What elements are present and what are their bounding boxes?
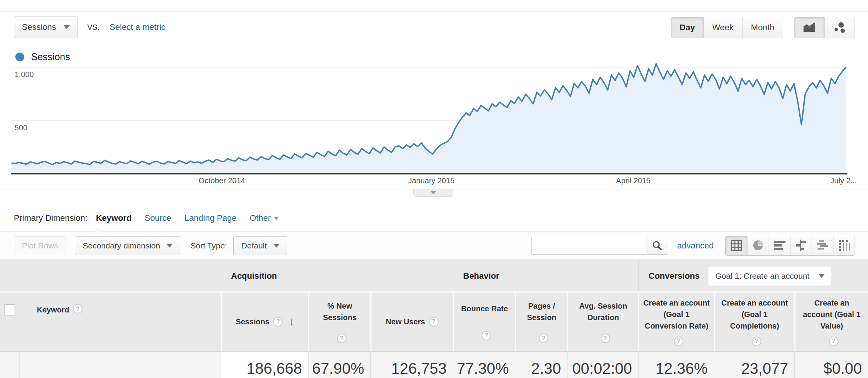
line-chart-button[interactable] — [794, 17, 824, 38]
granularity-month-button[interactable]: Month — [742, 17, 783, 38]
sort-type-dropdown[interactable]: Default — [233, 236, 287, 255]
granularity-and-charttype: DayWeekMonth — [671, 17, 855, 38]
primary-dimension-other[interactable]: Other — [249, 213, 279, 223]
select-metric-link[interactable]: Select a metric — [110, 22, 166, 32]
column-header-new-sessions[interactable]: % New Sessions? — [308, 293, 370, 351]
totals-value: $0.00 — [794, 352, 868, 378]
chart-collapse-tab[interactable] — [413, 189, 453, 197]
group-header-behavior: Behavior — [453, 260, 638, 291]
chevron-down-icon — [64, 25, 70, 29]
primary-dimension-source[interactable]: Source — [145, 213, 172, 223]
top-divider — [0, 12, 868, 12]
search-input[interactable] — [531, 237, 647, 255]
column-header-create-an-account-goal-1-value[interactable]: Create an account (Goal 1 Value)? — [794, 293, 868, 351]
column-label: Create an account (Goal 1 Completions) — [719, 297, 790, 332]
column-header-create-an-account-goal-1-completions[interactable]: Create an account (Goal 1 Completions)? — [714, 293, 794, 351]
help-icon[interactable]: ? — [674, 337, 683, 346]
group-label: Behavior — [463, 271, 499, 281]
totals-value: 186,668 — [221, 352, 308, 378]
totals-value: 00:02:00 — [567, 352, 638, 378]
x-axis-ticks: October 2014January 2015April 2015July 2… — [0, 176, 868, 187]
column-label: % New Sessions — [313, 300, 366, 323]
totals-checkbox-cell — [0, 352, 19, 378]
totals-value: 126,753 — [370, 352, 453, 378]
column-header-pages-session[interactable]: Pages / Session? — [515, 293, 567, 351]
data-table-icon — [731, 240, 742, 252]
chevron-down-icon — [818, 274, 825, 278]
sessions-timeseries-chart[interactable]: October 2014January 2015April 2015July 2… — [0, 45, 868, 199]
column-label: Pages / Session — [520, 300, 563, 323]
column-label: Sessions — [236, 316, 269, 327]
goal-selector-dropdown[interactable]: Goal 1: Create an account — [708, 266, 832, 286]
view-comparison-button[interactable] — [790, 236, 812, 255]
pivot-icon — [838, 240, 850, 252]
y-axis-label: 1,000 — [15, 70, 34, 79]
view-performance-bars-button[interactable] — [769, 236, 790, 255]
primary-dimension-bar: Primary Dimension: KeywordSourceLanding … — [14, 213, 292, 223]
line-chart-icon — [803, 23, 816, 33]
table-group-header-row: AcquisitionBehaviorConversionsGoal 1: Cr… — [0, 260, 868, 291]
granularity-toggle: DayWeekMonth — [671, 17, 783, 38]
help-icon[interactable]: ? — [337, 334, 347, 343]
secondary-dimension-dropdown[interactable]: Secondary dimension — [75, 236, 181, 255]
keywords-table: AcquisitionBehaviorConversionsGoal 1: Cr… — [0, 260, 868, 378]
advanced-search-link[interactable]: advanced — [677, 241, 714, 251]
group-header-acquisition: Acquisition — [221, 260, 453, 291]
chevron-down-icon — [274, 217, 279, 220]
totals-value: 23,077 — [714, 352, 794, 378]
sort-desc-icon[interactable]: ↓ — [289, 314, 294, 330]
sort-type-label: Sort Type: — [190, 241, 227, 250]
primary-dimension-label: Primary Dimension: — [14, 213, 87, 223]
view-data-table-button[interactable] — [726, 236, 747, 255]
help-icon[interactable]: ? — [73, 304, 83, 314]
table-column-header-row: Keyword?Sessions?↓% New Sessions?New Use… — [0, 291, 868, 351]
select-all-checkbox[interactable] — [4, 304, 15, 316]
vs-label: VS. — [87, 23, 99, 32]
granularity-day-button[interactable]: Day — [671, 17, 703, 38]
column-label: Create an account (Goal 1 Conversion Rat… — [643, 297, 710, 332]
help-icon[interactable]: ? — [273, 317, 283, 327]
view-percentage-pie-button[interactable] — [747, 236, 769, 255]
help-icon[interactable]: ? — [829, 337, 838, 346]
group-label: Conversions — [649, 271, 700, 281]
table-totals-row: 186,66867.90%126,75377.30%2.3000:02:0012… — [0, 351, 868, 378]
help-icon[interactable]: ? — [482, 331, 491, 340]
column-header-bounce-rate[interactable]: Bounce Rate? — [453, 293, 515, 351]
chart-type-toggle — [794, 17, 855, 38]
search-button[interactable] — [647, 237, 668, 255]
column-header-avg-session-duration[interactable]: Avg. Session Duration? — [567, 293, 638, 351]
x-axis-label: July 2... — [830, 176, 857, 185]
group-header-spacer — [0, 260, 221, 291]
group-label: Acquisition — [231, 271, 277, 281]
column-header-sessions[interactable]: Sessions?↓ — [221, 293, 308, 351]
totals-value: 67.90% — [308, 352, 370, 378]
totals-value: 12.36% — [638, 352, 714, 378]
granularity-week-button[interactable]: Week — [703, 17, 742, 38]
view-term-cloud-button[interactable] — [812, 236, 833, 255]
help-icon[interactable]: ? — [601, 334, 610, 343]
column-label: Avg. Session Duration — [572, 300, 634, 323]
x-axis-label: October 2014 — [198, 176, 245, 185]
chevron-down-icon — [274, 244, 279, 248]
chevron-down-icon — [167, 244, 172, 248]
column-label: New Users — [386, 316, 425, 327]
column-header-new-users[interactable]: New Users? — [370, 293, 453, 351]
motion-chart-button[interactable] — [824, 17, 855, 38]
help-icon[interactable]: ? — [429, 317, 439, 327]
primary-dimension-keyword[interactable]: Keyword — [96, 213, 132, 223]
view-pivot-button[interactable] — [833, 236, 855, 255]
totals-value: 77.30% — [453, 352, 515, 378]
metric-picker-group: Sessions VS. Select a metric — [14, 16, 165, 38]
search-icon — [652, 240, 663, 251]
column-header-create-an-account-goal-1-conversion-rate[interactable]: Create an account (Goal 1 Conversion Rat… — [638, 293, 714, 351]
primary-dimension-landing-page[interactable]: Landing Page — [185, 213, 237, 223]
y-axis-label: 500 — [15, 123, 27, 132]
metric-selector-label: Sessions — [22, 22, 56, 32]
plot-rows-button[interactable]: Plot Rows — [14, 236, 66, 255]
column-header-keyword[interactable]: Keyword? — [19, 293, 221, 351]
help-icon[interactable]: ? — [539, 334, 548, 343]
help-icon[interactable]: ? — [752, 337, 761, 346]
motion-chart-icon — [833, 22, 846, 33]
metric-selector-dropdown[interactable]: Sessions — [14, 16, 78, 38]
x-axis-label: April 2015 — [616, 176, 650, 185]
